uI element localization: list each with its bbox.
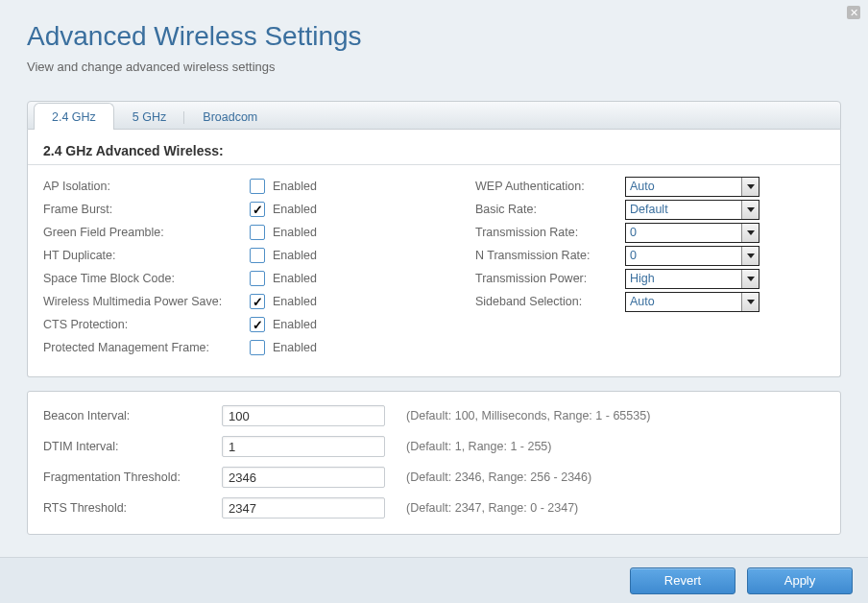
page-subtitle: View and change advanced wireless settin… [27, 60, 841, 74]
setting-label: Transmission Power: [475, 272, 625, 285]
numeric-panel: Beacon Interval:(Default: 100, Milliseco… [27, 391, 841, 535]
setting-row: Wireless Multimedia Power Save:Enabled [43, 290, 475, 313]
numeric-input[interactable] [222, 436, 385, 457]
numeric-input[interactable] [222, 497, 385, 519]
page-title: Advanced Wireless Settings [27, 21, 841, 52]
enabled-checkbox[interactable] [250, 248, 265, 263]
numeric-label: Fragmentation Threshold: [43, 470, 222, 484]
setting-label: WEP Authentication: [475, 180, 625, 193]
select-value: 0 [630, 249, 637, 262]
setting-row: Space Time Block Code:Enabled [43, 267, 475, 290]
setting-select[interactable]: 0 [625, 223, 760, 243]
enabled-label: Enabled [273, 295, 317, 308]
numeric-input[interactable] [222, 467, 385, 488]
enabled-checkbox[interactable] [250, 317, 265, 332]
apply-button[interactable]: Apply [747, 567, 853, 594]
right-column: WEP Authentication:AutoBasic Rate:Defaul… [475, 175, 825, 359]
setting-row: WEP Authentication:Auto [475, 175, 825, 198]
setting-label: Transmission Rate: [475, 226, 625, 239]
chevron-down-icon [741, 224, 759, 242]
enabled-label: Enabled [273, 226, 317, 239]
numeric-hint: (Default: 100, Milliseconds, Range: 1 - … [406, 409, 650, 422]
enabled-checkbox[interactable] [250, 271, 265, 286]
numeric-label: Beacon Interval: [43, 409, 222, 422]
numeric-hint: (Default: 2347, Range: 0 - 2347) [406, 501, 578, 515]
setting-label: HT Duplicate: [43, 249, 250, 262]
numeric-hint: (Default: 2346, Range: 256 - 2346) [406, 470, 591, 484]
setting-select[interactable]: Auto [625, 292, 760, 312]
enabled-checkbox[interactable] [250, 202, 265, 217]
setting-select[interactable]: 0 [625, 246, 760, 266]
numeric-label: DTIM Interval: [43, 440, 222, 453]
setting-row: Frame Burst:Enabled [43, 198, 475, 221]
setting-row: Protected Management Frame:Enabled [43, 336, 475, 359]
enabled-checkbox[interactable] [250, 340, 265, 355]
tab-broadcom[interactable]: Broadcom [184, 103, 276, 130]
page-body: Advanced Wireless Settings View and chan… [0, 0, 868, 535]
setting-label: Protected Management Frame: [43, 341, 250, 354]
setting-select[interactable]: Auto [625, 177, 760, 197]
tab-bar: 2.4 GHz 5 GHz Broadcom [27, 101, 841, 130]
enabled-label: Enabled [273, 203, 317, 216]
setting-row: Green Field Preamble:Enabled [43, 221, 475, 244]
setting-row: HT Duplicate:Enabled [43, 244, 475, 267]
enabled-checkbox[interactable] [250, 294, 265, 309]
enabled-label: Enabled [273, 341, 317, 354]
enabled-label: Enabled [273, 249, 317, 262]
setting-label: Wireless Multimedia Power Save: [43, 295, 250, 308]
numeric-row: Fragmentation Threshold:(Default: 2346, … [43, 467, 825, 488]
setting-label: AP Isolation: [43, 180, 250, 193]
setting-row: Basic Rate:Default [475, 198, 825, 221]
setting-select[interactable]: Default [625, 200, 760, 220]
setting-row: AP Isolation:Enabled [43, 175, 475, 198]
setting-select[interactable]: High [625, 269, 760, 289]
section-title: 2.4 GHz Advanced Wireless: [28, 139, 840, 165]
footer: Revert Apply [0, 557, 868, 603]
select-value: Auto [630, 180, 655, 193]
enabled-label: Enabled [273, 272, 317, 285]
enabled-checkbox[interactable] [250, 179, 265, 194]
select-value: 0 [630, 226, 637, 239]
setting-row: Transmission Rate:0 [475, 221, 825, 244]
checkbox-panel: 2.4 GHz Advanced Wireless: AP Isolation:… [27, 130, 841, 377]
setting-row: Sideband Selection:Auto [475, 290, 825, 313]
numeric-row: DTIM Interval:(Default: 1, Range: 1 - 25… [43, 436, 825, 457]
select-value: Auto [630, 295, 655, 308]
chevron-down-icon [741, 201, 759, 219]
chevron-down-icon [741, 293, 759, 311]
tab-5ghz[interactable]: 5 GHz [114, 103, 184, 130]
setting-label: Frame Burst: [43, 203, 250, 216]
numeric-hint: (Default: 1, Range: 1 - 255) [406, 440, 551, 453]
select-value: Default [630, 203, 668, 216]
setting-row: Transmission Power:High [475, 267, 825, 290]
enabled-label: Enabled [273, 318, 317, 331]
select-value: High [630, 272, 655, 285]
setting-row: CTS Protection:Enabled [43, 313, 475, 336]
setting-label: Space Time Block Code: [43, 272, 250, 285]
numeric-row: Beacon Interval:(Default: 100, Milliseco… [43, 405, 825, 426]
numeric-label: RTS Threshold: [43, 501, 222, 515]
setting-label: Sideband Selection: [475, 295, 625, 308]
setting-label: CTS Protection: [43, 318, 250, 331]
chevron-down-icon [741, 247, 759, 265]
setting-label: N Transmission Rate: [475, 249, 625, 262]
left-column: AP Isolation:EnabledFrame Burst:EnabledG… [43, 175, 475, 359]
setting-label: Basic Rate: [475, 203, 625, 216]
numeric-input[interactable] [222, 405, 385, 426]
enabled-label: Enabled [273, 180, 317, 193]
numeric-row: RTS Threshold:(Default: 2347, Range: 0 -… [43, 497, 825, 519]
close-icon[interactable]: ✕ [847, 6, 860, 19]
tab-24ghz[interactable]: 2.4 GHz [34, 103, 114, 130]
setting-row: N Transmission Rate:0 [475, 244, 825, 267]
chevron-down-icon [741, 178, 759, 196]
revert-button[interactable]: Revert [630, 567, 735, 594]
chevron-down-icon [741, 270, 759, 288]
enabled-checkbox[interactable] [250, 225, 265, 240]
setting-label: Green Field Preamble: [43, 226, 250, 239]
